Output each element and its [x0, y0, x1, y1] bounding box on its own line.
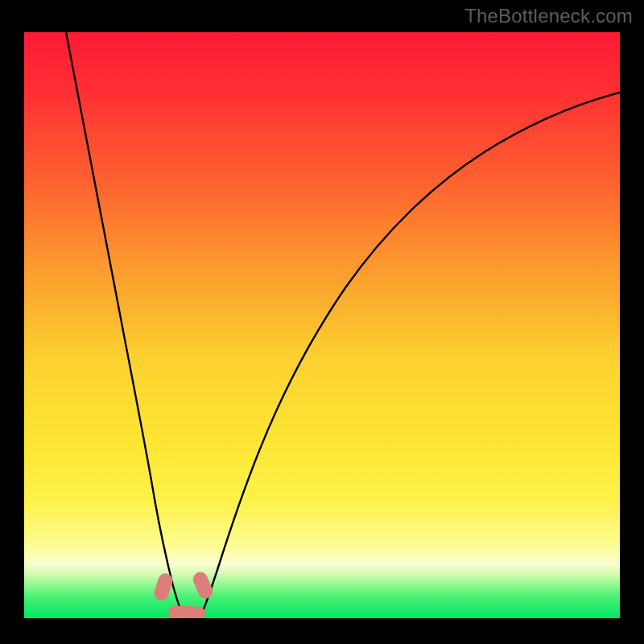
plot-area	[24, 32, 620, 618]
chart-svg	[24, 32, 620, 618]
watermark-text: TheBottleneck.com	[464, 5, 633, 27]
svg-rect-2	[168, 605, 206, 618]
marker-blob-floor	[168, 605, 206, 618]
chart-frame: TheBottleneck.com	[0, 0, 644, 644]
